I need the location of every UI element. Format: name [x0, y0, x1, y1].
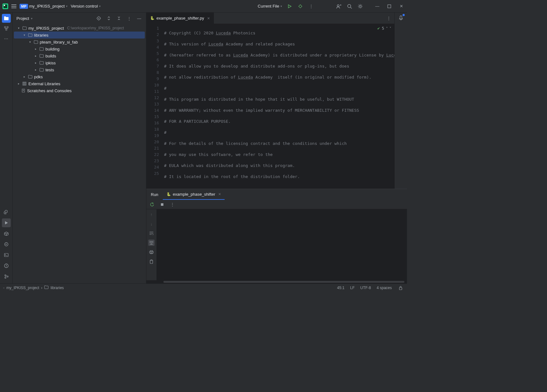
notifications-icon[interactable]	[398, 15, 404, 21]
terminal-tool-button[interactable]	[2, 251, 11, 259]
breadcrumb-folder[interactable]: libraries	[50, 286, 64, 290]
chevron-right-icon: ▸	[33, 54, 38, 57]
code-with-me-icon[interactable]	[336, 3, 342, 9]
run-panel-title: Run	[146, 189, 163, 200]
scroll-to-end-icon[interactable]	[148, 240, 155, 246]
run-side-toolbar: ↑ ↓	[146, 209, 156, 280]
tree-item-building[interactable]: ▸ building	[14, 45, 145, 52]
locate-icon[interactable]	[96, 15, 102, 21]
print-icon[interactable]	[148, 249, 155, 255]
folder-icon	[39, 61, 44, 65]
settings-icon[interactable]	[357, 3, 363, 9]
caret-position[interactable]: 45:1	[337, 286, 344, 290]
python-console-button[interactable]	[2, 208, 11, 217]
tree-item-pteam[interactable]: ▾ pteam_library_si_fab	[14, 39, 145, 45]
library-icon	[22, 82, 27, 86]
svg-rect-22	[4, 253, 8, 257]
chevron-right-icon: ▸	[33, 61, 38, 64]
problems-tool-button[interactable]	[2, 261, 11, 270]
svg-rect-42	[161, 203, 163, 206]
soft-wrap-icon[interactable]	[148, 230, 155, 236]
hide-icon[interactable]: —	[136, 15, 142, 21]
inspection-widget[interactable]: ✔ 5 ˄ ˅	[377, 26, 391, 31]
more-tools-button[interactable]: ⋯	[2, 34, 11, 43]
structure-tool-button[interactable]	[2, 24, 11, 33]
vcs-tool-button[interactable]	[2, 272, 11, 281]
scratches-icon	[21, 89, 26, 92]
code-content[interactable]: # Copyright (C) 2020 Luceda Photonics # …	[162, 24, 394, 189]
svg-point-31	[98, 18, 99, 19]
vcs-menu[interactable]: Version control ▾	[71, 4, 101, 9]
rerun-icon[interactable]	[149, 201, 155, 208]
editor-tab[interactable]: 🐍 example_phase_shifter.py ×	[146, 13, 214, 24]
chevron-right-icon: ▸	[33, 68, 38, 71]
code-editor[interactable]: ✔ 5 ˄ ˅ 12345678910111213141516181920212…	[146, 24, 394, 189]
tree-item-ipkiss[interactable]: ▸ ipkiss	[14, 59, 145, 66]
chevron-down-icon[interactable]: ˅	[390, 27, 391, 30]
chevron-right-icon: ▸	[16, 82, 21, 85]
chevron-up-icon[interactable]: ˄	[386, 27, 388, 30]
folder-icon	[39, 54, 44, 58]
stop-icon[interactable]	[159, 201, 165, 208]
run-panel-tabs: Run 🐍 example_phase_shifter ×	[146, 189, 407, 200]
trash-icon[interactable]	[148, 258, 155, 265]
check-icon: ✔	[377, 26, 380, 31]
run-panel: Run 🐍 example_phase_shifter × ⋮ ↑ ↓	[146, 189, 407, 283]
svg-point-7	[337, 5, 339, 7]
readonly-lock-icon[interactable]	[397, 285, 404, 291]
run-config-tab[interactable]: 🐍 example_phase_shifter ×	[163, 189, 225, 200]
chevron-right-icon: ›	[41, 286, 42, 290]
run-config-label: Current File	[258, 4, 279, 9]
hamburger-icon[interactable]	[11, 4, 16, 8]
up-icon[interactable]: ↑	[148, 211, 155, 217]
tree-root[interactable]: ▾ my_IPKISS_project C:\workspace\my_IPKI…	[14, 25, 145, 32]
tree-item-label: building	[45, 47, 60, 51]
tree-item-path: C:\workspace\my_IPKISS_project	[67, 26, 124, 30]
tree-item-scratches[interactable]: Scratches and Consoles	[14, 87, 145, 94]
run-tab-label: example_phase_shifter	[173, 192, 215, 197]
tab-options-icon[interactable]: ⋮	[385, 15, 392, 21]
tree-item-label: my_IPKISS_project	[28, 26, 64, 31]
close-tab-icon[interactable]: ×	[207, 16, 210, 21]
window-controls: — ✕	[374, 3, 404, 9]
tree-item-label: builds	[45, 54, 56, 58]
close-button[interactable]: ✕	[398, 3, 404, 9]
tree-item-builds[interactable]: ▸ builds	[14, 52, 145, 59]
expand-all-icon[interactable]	[106, 15, 112, 21]
more-icon[interactable]: ⋮	[308, 3, 314, 9]
run-icon[interactable]	[286, 3, 293, 9]
more-icon[interactable]: ⋮	[169, 201, 175, 208]
run-body: ↑ ↓	[146, 209, 407, 280]
svg-rect-13	[388, 5, 391, 8]
breadcrumb-root[interactable]: my_IPKISS_project	[6, 286, 39, 290]
minimize-button[interactable]: —	[374, 3, 380, 9]
maximize-button[interactable]	[386, 3, 392, 9]
tree-item-label: ipkiss	[45, 61, 56, 65]
line-separator[interactable]: LF	[350, 286, 355, 290]
folder-icon	[22, 26, 27, 30]
tree-item-tests[interactable]: ▸ tests	[14, 66, 145, 73]
project-tool-button[interactable]	[2, 14, 11, 23]
run-output[interactable]	[156, 209, 407, 280]
chevron-down-icon[interactable]: ▾	[31, 17, 32, 20]
search-icon[interactable]	[346, 3, 353, 9]
run-scrollbar[interactable]	[146, 280, 407, 283]
services-tool-button[interactable]	[2, 240, 11, 249]
vcs-label: Version control	[71, 4, 98, 9]
svg-rect-36	[23, 82, 24, 85]
svg-rect-1	[4, 5, 5, 6]
close-tab-icon[interactable]: ×	[218, 192, 221, 197]
project-selector[interactable]: MP my_IPKISS_project ▾	[20, 4, 68, 9]
file-encoding[interactable]: UTF-8	[360, 286, 371, 290]
tree-item-external[interactable]: ▸ External Libraries	[14, 80, 145, 87]
indent-setting[interactable]: 4 spaces	[377, 286, 392, 290]
down-icon[interactable]: ↓	[148, 221, 155, 227]
packages-tool-button[interactable]	[2, 229, 11, 238]
options-icon[interactable]: ⋮	[126, 15, 132, 21]
collapse-all-icon[interactable]	[116, 15, 122, 21]
run-config-selector[interactable]: Current File ▾	[258, 4, 282, 9]
run-tool-button[interactable]	[2, 218, 11, 227]
debug-icon[interactable]	[297, 3, 303, 9]
tree-item-pdks[interactable]: ▸ pdks	[14, 73, 145, 80]
tree-item-libraries[interactable]: ▾ libraries	[14, 32, 145, 39]
